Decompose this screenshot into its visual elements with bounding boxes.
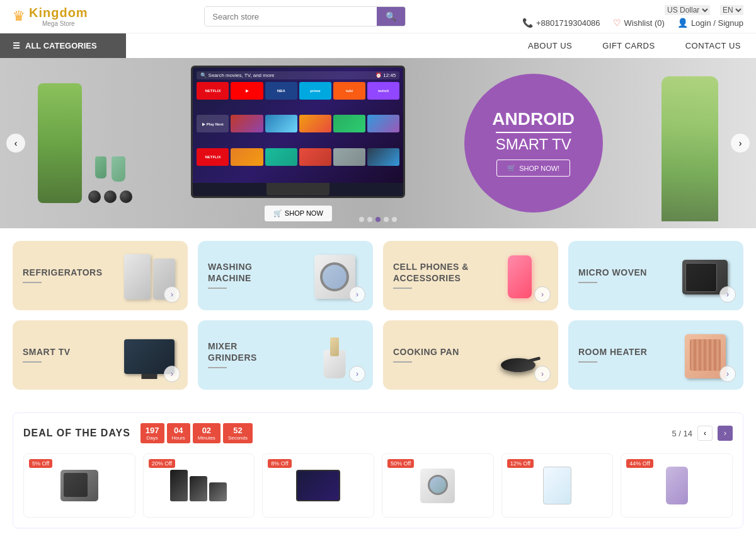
- hero-shop-now-label: SHOP NOW!: [519, 165, 559, 172]
- cat-arrow-cell-phones[interactable]: ›: [534, 286, 551, 303]
- tv-app-show6: [231, 148, 263, 166]
- washer-drum: [428, 475, 448, 495]
- deals-next-button[interactable]: ›: [718, 426, 733, 441]
- deals-prev-button[interactable]: ‹: [697, 426, 713, 441]
- countdown-minutes: 02 Minutes: [193, 423, 220, 443]
- deal-phone-img: [666, 467, 688, 504]
- categories-row-2: SMART TV › MIXERGRINDERS › COOKING PAN: [13, 320, 743, 390]
- all-categories-label: ALL CATEGORIES: [25, 41, 97, 50]
- search-bar: 🔍: [204, 6, 406, 26]
- tv-app-show2: [265, 115, 297, 132]
- cat-arrow-refrigerators[interactable]: ›: [164, 286, 180, 303]
- deal-pan-2: [190, 476, 207, 501]
- hero-shop-now-small-label: SHOP NOW: [285, 209, 323, 217]
- hero-circle-title: ANDROID: [492, 110, 575, 129]
- search-input[interactable]: [205, 7, 377, 26]
- cat-arrow-room-heater[interactable]: ›: [719, 366, 736, 382]
- hero-shop-now-button[interactable]: 🛒 SHOP NOW!: [496, 160, 570, 177]
- header-right: US Dollar EN 📞 +8801719304086 ♡ Wishlist…: [522, 5, 743, 28]
- nav-links: ABOUT US GIFT CARDS CONTACT US: [513, 33, 756, 58]
- cat-card-washing-machine[interactable]: WASHINGMACHINE ›: [198, 241, 373, 310]
- cat-card-cooking-pan[interactable]: COOKING PAN ›: [383, 320, 558, 390]
- deal-badge-6: 44% Off: [626, 459, 653, 468]
- nav-giftcards[interactable]: GIFT CARDS: [587, 33, 670, 58]
- tv-app-nba: NBA: [265, 82, 297, 100]
- decor-ball-2: [104, 190, 117, 203]
- language-select[interactable]: EN: [720, 5, 743, 15]
- wishlist-label: Wishlist (0): [624, 18, 665, 28]
- cat-arrow-washing-machine[interactable]: ›: [349, 286, 365, 303]
- tv-app-playnext: ▶ Play Next: [197, 115, 229, 132]
- deal-card-4[interactable]: 50% Off: [382, 453, 494, 518]
- deal-microwave-img: [60, 470, 98, 501]
- tv-app-netflix: NETFLIX: [197, 82, 229, 100]
- tv-top-bar: 🔍 Search movies, TV, and more ⏰ 12:45: [197, 71, 399, 79]
- cat-card-room-heater[interactable]: ROOM HEATER ›: [568, 320, 743, 390]
- deal-image-2: [150, 460, 248, 511]
- login-item[interactable]: 👤 Login / Signup: [677, 18, 743, 28]
- hero-circle-subtitle: SMART TV: [496, 132, 571, 154]
- logo[interactable]: ♛ Kingdom Mega Store: [13, 6, 88, 27]
- phone-item: 📞 +8801719304086: [522, 18, 600, 28]
- hero-content: 🔍 Search movies, TV, and more ⏰ 12:45 NE…: [0, 66, 756, 221]
- cat-card-mixer-grinders[interactable]: MIXERGRINDERS ›: [198, 320, 373, 390]
- nav-about[interactable]: ABOUT US: [513, 33, 587, 58]
- deal-card-2[interactable]: 20% Off: [143, 453, 255, 518]
- tv-app-show7: [265, 148, 297, 166]
- crown-icon: ♛: [13, 8, 25, 25]
- cat-title-mixer-grinders: MIXERGRINDERS: [208, 341, 306, 363]
- heart-icon: ♡: [613, 18, 621, 28]
- deal-card-3[interactable]: 8% Off: [262, 453, 374, 518]
- cat-arrow-micro-woven[interactable]: ›: [719, 286, 736, 303]
- header: ♛ Kingdom Mega Store 🔍 US Dollar EN 📞 +8…: [0, 0, 756, 33]
- deal-pan-3: [209, 482, 227, 501]
- cat-arrow-mixer-grinders[interactable]: ›: [349, 366, 365, 382]
- hero-prev-button[interactable]: ‹: [6, 134, 25, 153]
- categories-row-1: REFRIGERATORS › WASHINGMACHINE ›: [13, 241, 743, 310]
- decor-ball-3: [120, 190, 132, 203]
- deal-badge-5: 12% Off: [507, 459, 534, 468]
- deal-fridge-img: [543, 467, 571, 504]
- deal-badge-4: 50% Off: [387, 459, 414, 468]
- cat-title-smart-tv: SMART TV: [23, 346, 121, 358]
- deal-image-1: [30, 460, 129, 511]
- hero-next-button[interactable]: ›: [731, 134, 750, 153]
- cat-card-smart-tv[interactable]: SMART TV ›: [13, 320, 188, 390]
- cat-card-refrigerators[interactable]: REFRIGERATORS ›: [13, 241, 188, 310]
- cat-title-micro-woven: MICRO WOVEN: [578, 267, 677, 278]
- countdown-seconds: 52 Seconds: [223, 423, 253, 443]
- tv-app-show4: [333, 115, 365, 132]
- nav-contact[interactable]: CONTACT US: [670, 33, 756, 58]
- tv-app-show1: [231, 115, 263, 132]
- login-label: Login / Signup: [691, 18, 743, 28]
- tv-app-show10: [367, 148, 399, 166]
- search-button[interactable]: 🔍: [377, 7, 405, 26]
- deal-card-5[interactable]: 12% Off: [501, 453, 614, 518]
- cat-arrow-cooking-pan[interactable]: ›: [534, 366, 551, 382]
- cat-title-refrigerators: REFRIGERATORS: [23, 267, 121, 278]
- deal-image-4: [389, 460, 487, 511]
- currency-select[interactable]: US Dollar: [665, 5, 710, 15]
- cat-card-micro-woven[interactable]: MICRO WOVEN ›: [568, 241, 743, 310]
- cat-arrow-smart-tv[interactable]: ›: [164, 366, 180, 382]
- tv-app-show3: [299, 115, 331, 132]
- tv-app-tubi: tubi: [333, 82, 365, 100]
- user-icon: 👤: [677, 18, 688, 28]
- cat-card-cell-phones[interactable]: CELL PHONES &ACCESSORIES ›: [383, 241, 558, 310]
- cat-title-cooking-pan: COOKING PAN: [393, 346, 491, 358]
- deal-card-1[interactable]: 5% Off: [23, 453, 135, 518]
- deal-washer-img: [420, 469, 455, 503]
- hamburger-icon: ☰: [13, 41, 20, 50]
- hero-tv-display: 🔍 Search movies, TV, and more ⏰ 12:45 NE…: [191, 66, 405, 221]
- hero-shop-now-small[interactable]: 🛒 SHOP NOW: [265, 206, 332, 221]
- deal-card-6[interactable]: 44% Off: [621, 453, 733, 518]
- countdown: 197 Days 04 Hours 02 Minutes 52 Seconds: [140, 423, 253, 443]
- deal-badge-1: 5% Off: [29, 459, 52, 468]
- deal-image-6: [627, 460, 726, 511]
- wishlist-item[interactable]: ♡ Wishlist (0): [613, 18, 665, 28]
- deal-badge-2: 20% Off: [149, 459, 175, 468]
- decor-ball-1: [88, 190, 101, 203]
- all-categories-menu[interactable]: ☰ ALL CATEGORIES: [0, 33, 126, 58]
- deal-image-5: [508, 460, 607, 511]
- deals-grid: 5% Off 20% Off 8% Off 50%: [23, 453, 733, 518]
